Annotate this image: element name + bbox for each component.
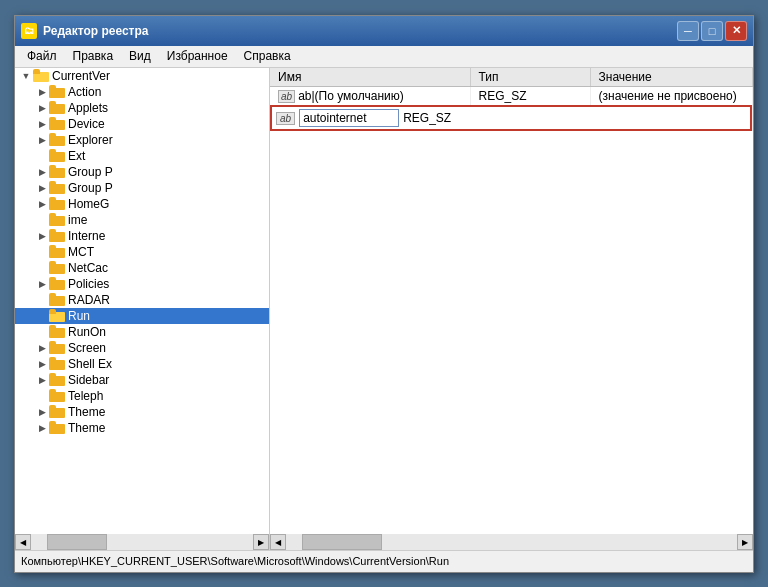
tree-node-homeg[interactable]: ▶ HomeG — [15, 196, 269, 212]
menu-file[interactable]: Файл — [19, 47, 65, 65]
tree-node-shellex[interactable]: ▶ Shell Ex — [15, 356, 269, 372]
folder-icon-shellex — [49, 357, 65, 370]
tree-node-radar[interactable]: ▶ RADAR — [15, 292, 269, 308]
tree-arrow-homeg: ▶ — [35, 197, 49, 211]
edit-row-container: ab REG_SZ — [270, 105, 752, 131]
tree-node-internet[interactable]: ▶ Interne — [15, 228, 269, 244]
tree-label-radar: RADAR — [68, 293, 110, 307]
tree-node-teleph[interactable]: ▶ Teleph — [15, 388, 269, 404]
maximize-button[interactable]: □ — [701, 21, 723, 41]
registry-values-panel: Имя Тип Значение ab ab|(По умолчанию) — [270, 68, 753, 534]
tree-node-action[interactable]: ▶ Action — [15, 84, 269, 100]
folder-icon-device — [49, 117, 65, 130]
tree-scroll-thumb[interactable] — [47, 534, 107, 550]
folder-icon-theme1 — [49, 405, 65, 418]
tree-node-theme2[interactable]: ▶ Theme — [15, 420, 269, 436]
folder-icon-radar — [49, 293, 65, 306]
tree-label-theme2: Theme — [68, 421, 105, 435]
status-bar: Компьютер\HKEY_CURRENT_USER\Software\Mic… — [15, 550, 753, 572]
folder-icon-explorer — [49, 133, 65, 146]
tree-node-group2[interactable]: ▶ Group P — [15, 180, 269, 196]
reg-scrollbar[interactable]: ◀ ▶ — [270, 535, 753, 550]
tree-label-action: Action — [68, 85, 101, 99]
tree-label-mct: MCT — [68, 245, 94, 259]
tree-node-sidebar[interactable]: ▶ Sidebar — [15, 372, 269, 388]
reg-scroll-left[interactable]: ◀ — [270, 534, 286, 550]
row-default-name: ab ab|(По умолчанию) — [270, 86, 470, 105]
tree-label-applets: Applets — [68, 101, 108, 115]
tree-scroll-right[interactable]: ▶ — [253, 534, 269, 550]
tree-scroll-track[interactable] — [31, 534, 253, 550]
tree-scrollbar[interactable]: ◀ ▶ — [15, 535, 270, 550]
tree-node-ext[interactable]: ▶ Ext — [15, 148, 269, 164]
tree-label-policies: Policies — [68, 277, 109, 291]
tree-label-screen: Screen — [68, 341, 106, 355]
folder-icon-group1 — [49, 165, 65, 178]
reg-scroll-track[interactable] — [286, 534, 737, 550]
menu-favorites[interactable]: Избранное — [159, 47, 236, 65]
tree-label-netcac: NetCac — [68, 261, 108, 275]
tree-node-applets[interactable]: ▶ Applets — [15, 100, 269, 116]
close-button[interactable]: ✕ — [725, 21, 747, 41]
folder-icon-applets — [49, 101, 65, 114]
folder-icon-internet — [49, 229, 65, 242]
row-default-value: (значение не присвоено) — [590, 86, 753, 105]
menu-view[interactable]: Вид — [121, 47, 159, 65]
tree-arrow-policies: ▶ — [35, 277, 49, 291]
window-title: Редактор реестра — [43, 24, 677, 38]
tree-node-ime[interactable]: ▶ ime — [15, 212, 269, 228]
folder-icon-run — [49, 309, 65, 322]
tree-arrow-action: ▶ — [35, 85, 49, 99]
folder-icon-ime — [49, 213, 65, 226]
menu-edit[interactable]: Правка — [65, 47, 122, 65]
tree-arrow-shellex: ▶ — [35, 357, 49, 371]
tree-label-internet: Interne — [68, 229, 105, 243]
tree-arrow-screen: ▶ — [35, 341, 49, 355]
folder-icon-netcac — [49, 261, 65, 274]
menu-help[interactable]: Справка — [236, 47, 299, 65]
registry-editor-window: 🗂 Редактор реестра ─ □ ✕ Файл Правка Вид… — [14, 15, 754, 573]
tree-label-theme1: Theme — [68, 405, 105, 419]
reg-scroll-right[interactable]: ▶ — [737, 534, 753, 550]
tree-label-group1: Group P — [68, 165, 113, 179]
folder-icon-policies — [49, 277, 65, 290]
table-row-edit[interactable]: ab REG_SZ — [270, 105, 753, 131]
tree-node-runon[interactable]: ▶ RunOn — [15, 324, 269, 340]
tree-label-run: Run — [68, 309, 90, 323]
row-default-type: REG_SZ — [470, 86, 590, 105]
col-value-header: Значение — [590, 68, 753, 87]
tree-node-root[interactable]: ▼ CurrentVer — [15, 68, 269, 84]
folder-icon-screen — [49, 341, 65, 354]
tree-arrow-explorer: ▶ — [35, 133, 49, 147]
folder-icon-root — [33, 69, 49, 82]
tree-arrow-sidebar: ▶ — [35, 373, 49, 387]
folder-icon-mct — [49, 245, 65, 258]
tree-arrow-root: ▼ — [19, 69, 33, 83]
tree-node-mct[interactable]: ▶ MCT — [15, 244, 269, 260]
tree-arrow-theme1: ▶ — [35, 405, 49, 419]
tree-node-group1[interactable]: ▶ Group P — [15, 164, 269, 180]
tree-node-screen[interactable]: ▶ Screen — [15, 340, 269, 356]
tree-scroll-left[interactable]: ◀ — [15, 534, 31, 550]
folder-icon-ext — [49, 149, 65, 162]
tree-panel[interactable]: ▼ CurrentVer ▶ Action ▶ Applets ▶ Device — [15, 68, 270, 534]
minimize-button[interactable]: ─ — [677, 21, 699, 41]
tree-node-policies[interactable]: ▶ Policies — [15, 276, 269, 292]
tree-node-theme1[interactable]: ▶ Theme — [15, 404, 269, 420]
folder-icon-theme2 — [49, 421, 65, 434]
ab-icon: ab — [276, 112, 295, 125]
tree-node-netcac[interactable]: ▶ NetCac — [15, 260, 269, 276]
tree-node-explorer[interactable]: ▶ Explorer — [15, 132, 269, 148]
tree-arrow-theme2: ▶ — [35, 421, 49, 435]
folder-icon-runon — [49, 325, 65, 338]
tree-label-teleph: Teleph — [68, 389, 103, 403]
table-row-default[interactable]: ab ab|(По умолчанию) REG_SZ (значение не… — [270, 86, 753, 105]
folder-icon-group2 — [49, 181, 65, 194]
col-name-header: Имя — [270, 68, 470, 87]
reg-scroll-thumb[interactable] — [302, 534, 382, 550]
tree-node-device[interactable]: ▶ Device — [15, 116, 269, 132]
edit-name-input[interactable] — [299, 109, 399, 127]
tree-node-run[interactable]: ▶ Run — [15, 308, 269, 324]
tree-label-ime: ime — [68, 213, 87, 227]
horizontal-scrollbar-area: ◀ ▶ ◀ ▶ — [15, 534, 753, 550]
